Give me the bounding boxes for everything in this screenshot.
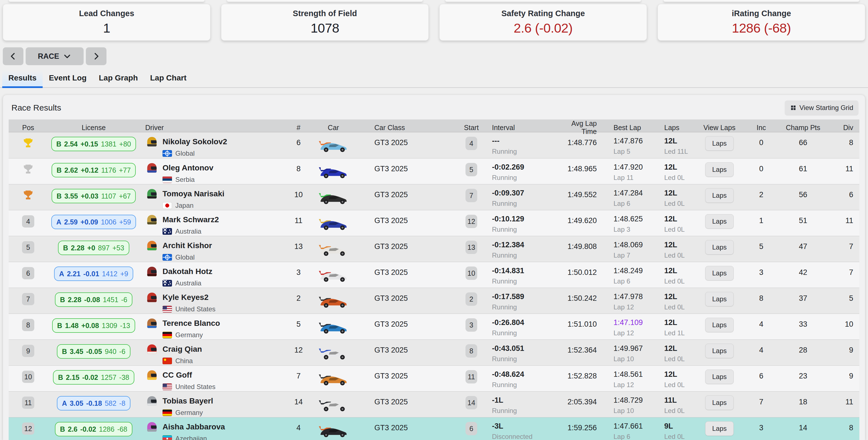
interval-value: -0:10.129 xyxy=(492,215,558,223)
start-position-badge: 2 xyxy=(465,293,477,306)
car-number-cell: 4 xyxy=(290,417,307,440)
avg-lap-cell: 1:52.364 xyxy=(558,340,602,365)
column-header-interval: Interval xyxy=(485,124,558,132)
license-sr: 2.62 xyxy=(64,166,78,174)
view-laps-button[interactable]: Laps xyxy=(705,344,734,358)
view-laps-button[interactable]: Laps xyxy=(705,318,734,332)
license-class: B xyxy=(57,166,62,174)
tab-lap-graph[interactable]: Lap Graph xyxy=(93,70,144,88)
laps-completed: 12L xyxy=(664,241,697,249)
license-badge: B 2.62 +0.12 1176 +77 xyxy=(52,163,136,177)
table-row[interactable]: 9 B 3.45 -0.05 940 -6 Craig Qian xyxy=(9,339,859,365)
laps-led: Led 0L xyxy=(664,407,697,415)
license-cell: B 3.45 -0.05 940 -6 xyxy=(48,340,140,365)
car-cell xyxy=(307,366,360,391)
table-row[interactable]: B 2.62 +0.12 1176 +77 Oleg Antonov Serbi… xyxy=(9,158,859,184)
column-header-champ-pts: Champ Pts xyxy=(781,124,825,132)
view-laps-button[interactable]: Laps xyxy=(705,266,734,280)
view-laps-button[interactable]: Laps xyxy=(705,292,734,306)
division-cell: 11 xyxy=(825,392,860,417)
division-value: 7 xyxy=(849,268,853,276)
license-badge: B 3.45 -0.05 940 -6 xyxy=(57,344,130,359)
license-sr-delta: -0.02 xyxy=(82,373,98,381)
license-cell: B 2.54 +0.15 1381 +80 xyxy=(48,132,140,158)
session-selector-dropdown[interactable]: RACE xyxy=(26,47,84,65)
table-row[interactable]: B 2.54 +0.15 1381 +80 Nikolay Sokolov2 G… xyxy=(9,132,859,158)
laps-cell: 12L Led 0L xyxy=(655,288,697,313)
driver-country: Global xyxy=(175,253,194,261)
license-cell: A 2.59 +0.09 1006 +59 xyxy=(48,210,140,236)
license-class: B xyxy=(60,425,65,433)
next-session-button[interactable] xyxy=(86,47,106,65)
helmet-icon xyxy=(145,291,159,304)
table-row[interactable]: 7 B 2.28 -0.08 1451 -6 Kyle Keyes2 xyxy=(9,288,859,313)
table-row[interactable]: 5 B 2.28 +0 897 +53 Archit Kishor xyxy=(9,236,859,262)
laps-completed: 11L xyxy=(664,396,697,405)
avg-lap-time: 1:49.620 xyxy=(567,216,597,225)
division-value: 9 xyxy=(849,346,853,354)
license-irating: 1451 xyxy=(103,296,119,304)
view-laps-button[interactable]: Laps xyxy=(705,240,734,255)
champ-points-cell: 47 xyxy=(781,236,825,262)
tab-lap-chart[interactable]: Lap Chart xyxy=(144,70,193,88)
license-sr-delta: -0.05 xyxy=(86,347,102,356)
car-icon xyxy=(316,216,351,231)
laps-cell: 11L Led 0L xyxy=(655,392,697,417)
avg-lap-cell: 1:48.776 xyxy=(558,132,602,158)
view-laps-button[interactable]: Laps xyxy=(705,214,734,229)
incidents-cell: 0 xyxy=(742,159,781,184)
best-lap-value: 1:48.625 xyxy=(614,215,655,223)
table-row[interactable]: B 3.55 +0.03 1107 +67 Tomoya Narisaki Ja… xyxy=(9,184,859,210)
driver-cell: Archit Kishor Global xyxy=(140,236,290,262)
view-laps-button[interactable]: Laps xyxy=(705,370,734,384)
start-cell: 13 xyxy=(457,236,485,262)
table-row[interactable]: 12 B 2.6 -0.02 1286 -68 Aisha Jabbarova xyxy=(9,417,859,440)
view-laps-cell: Laps xyxy=(697,314,742,339)
view-laps-button[interactable]: Laps xyxy=(705,136,734,151)
license-irating: 940 xyxy=(105,347,117,356)
division-value: 11 xyxy=(845,216,853,225)
start-position-badge: 14 xyxy=(465,396,477,409)
car-icon xyxy=(316,424,351,438)
best-lap-cell: 1:48.561 Lap 12 xyxy=(602,366,655,391)
license-cell: B 2.15 -0.02 1257 -38 xyxy=(48,366,140,391)
previous-session-button[interactable] xyxy=(3,47,23,65)
table-row[interactable]: 4 A 2.59 +0.09 1006 +59 Mark Schwarz2 xyxy=(9,210,859,236)
view-laps-button[interactable]: Laps xyxy=(705,396,734,410)
view-laps-button[interactable]: Laps xyxy=(705,188,734,203)
country-flag-icon xyxy=(162,435,172,440)
division-cell: 9 xyxy=(825,366,860,391)
license-irating: 1257 xyxy=(101,373,117,381)
car-class-cell: GT3 2025 xyxy=(360,262,457,288)
avg-lap-cell: 1:51.010 xyxy=(558,314,602,339)
race-results-panel: Race Results View Starting Grid Pos Lice… xyxy=(3,95,865,440)
tab-results[interactable]: Results xyxy=(2,70,43,88)
best-lap-cell: 1:47.876 Lap 5 xyxy=(602,132,655,158)
incidents-value: 0 xyxy=(759,138,763,147)
table-row[interactable]: 8 B 1.48 +0.08 1309 -13 Terence Blanco xyxy=(9,313,859,339)
license-class: B xyxy=(62,347,67,356)
view-laps-button[interactable]: Laps xyxy=(705,162,734,177)
tab-event-log[interactable]: Event Log xyxy=(43,70,93,88)
best-lap-value: 1:47.284 xyxy=(614,189,655,197)
view-laps-button[interactable]: Laps xyxy=(705,421,734,436)
start-cell: 7 xyxy=(457,184,485,210)
incidents-cell: 8 xyxy=(742,288,781,313)
car-number: 10 xyxy=(294,191,303,199)
license-sr: 2.59 xyxy=(64,218,78,226)
table-row[interactable]: 6 A 2.21 -0.01 1412 +9 Dakotah Hotz xyxy=(9,262,859,288)
license-badge: A 2.21 -0.01 1412 +9 xyxy=(54,267,133,281)
view-laps-cell: Laps xyxy=(697,210,742,236)
table-row[interactable]: 10 B 2.15 -0.02 1257 -38 CC Goff xyxy=(9,365,859,391)
best-lap-cell: 1:47.284 Lap 6 xyxy=(602,184,655,210)
table-row[interactable]: 11 A 3.05 -0.18 582 -8 Tobias Bayerl xyxy=(9,391,859,417)
driver-name: Aisha Jabbarova xyxy=(162,422,225,431)
car-number: 13 xyxy=(294,242,303,250)
car-number-cell: 7 xyxy=(290,366,307,391)
car-number: 8 xyxy=(296,165,301,173)
position-badge: 4 xyxy=(22,215,34,228)
license-sr-delta: -0.08 xyxy=(84,296,100,304)
car-class-cell: GT3 2025 xyxy=(360,340,457,365)
view-starting-grid-button[interactable]: View Starting Grid xyxy=(785,101,858,115)
division-cell: 11 xyxy=(825,210,860,236)
